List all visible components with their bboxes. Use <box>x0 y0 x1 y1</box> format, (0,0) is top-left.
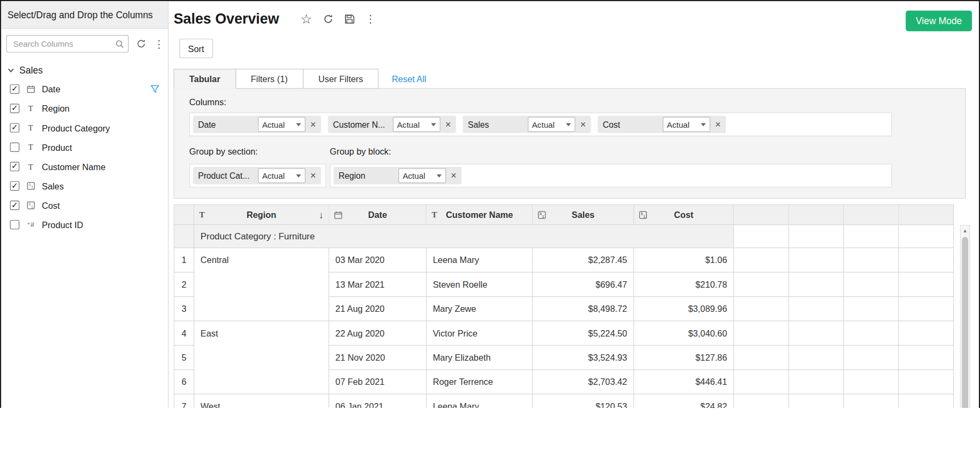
chip-mode-select[interactable]: Actual <box>393 117 440 132</box>
tabular-builder-panel: Columns: Date Actual × Customer N... <box>174 88 966 199</box>
chip-remove-icon[interactable]: × <box>715 119 721 129</box>
chevron-down-icon[interactable] <box>8 65 14 76</box>
search-icon <box>115 39 124 48</box>
cost-cell: $24.82 <box>633 394 733 408</box>
refresh-columns-icon[interactable] <box>136 39 146 49</box>
chip-mode-select[interactable]: Actual <box>662 117 710 132</box>
chip-mode-value: Actual <box>397 120 419 129</box>
customer-cell: Mary Elizabeth <box>426 345 533 369</box>
empty-column-header <box>844 204 898 224</box>
region-column-header[interactable]: T Region ↓ <box>194 204 329 224</box>
row-number-cell: 2 <box>174 272 194 296</box>
field-row[interactable]: T Region <box>1 99 168 118</box>
sales-cell: $2,703.42 <box>533 370 634 394</box>
column-chip[interactable]: Cost Actual × <box>598 115 726 133</box>
column-chip[interactable]: Customer N... Actual × <box>328 115 456 133</box>
field-checkbox[interactable] <box>10 220 19 229</box>
view-mode-button[interactable]: View Mode <box>906 11 972 31</box>
chip-remove-icon[interactable]: × <box>451 171 456 181</box>
report-more-options-icon[interactable]: ⋮ <box>365 14 376 25</box>
group-section-drop-zone[interactable]: Product Cat... Actual × <box>189 164 326 187</box>
text-type-icon: T <box>26 142 36 152</box>
field-row[interactable]: T Customer Name <box>1 157 168 176</box>
customer-cell: Roger Terrence <box>426 370 533 394</box>
svg-text:0: 0 <box>28 202 31 206</box>
group-block-chip[interactable]: Region Actual × <box>334 167 462 185</box>
chip-remove-icon[interactable]: × <box>580 119 586 129</box>
field-checkbox[interactable] <box>10 84 19 93</box>
group-section-chip[interactable]: Product Cat... Actual × <box>193 167 321 185</box>
field-row[interactable]: 01 Cost <box>1 195 168 215</box>
svg-text:1: 1 <box>31 185 33 189</box>
table-row[interactable]: 7 West 06 Jan 2021 Leena Mary $120.53 $2… <box>174 394 953 408</box>
table-tree-node[interactable]: Sales <box>1 57 168 79</box>
date-cell: 21 Aug 2020 <box>329 297 426 321</box>
field-row[interactable]: T Product <box>1 137 168 157</box>
field-row[interactable]: Date <box>1 79 168 99</box>
column-header-label: Date <box>368 210 387 220</box>
cost-column-header[interactable]: 01 Cost <box>633 204 733 224</box>
tab-user-filters[interactable]: User Filters <box>303 69 379 89</box>
table-row[interactable]: 1 Central 03 Mar 2020 Leena Mary $2,287.… <box>174 248 953 272</box>
filter-funnel-icon[interactable] <box>151 84 159 95</box>
svg-text:1: 1 <box>542 214 544 218</box>
date-column-header[interactable]: Date <box>329 204 426 224</box>
sort-button[interactable]: Sort <box>179 39 213 58</box>
save-icon[interactable] <box>344 14 355 25</box>
chip-mode-select[interactable]: Actual <box>258 168 306 183</box>
chip-name: Date <box>198 120 253 129</box>
reset-all-link[interactable]: Reset All <box>392 74 426 84</box>
data-grid: T Region ↓ Date T Customer Name <box>174 204 971 408</box>
field-checkbox[interactable] <box>10 201 19 210</box>
field-checkbox[interactable] <box>10 104 19 113</box>
group-block-drop-zone[interactable]: Region Actual × <box>330 164 892 187</box>
text-type-icon: T <box>26 162 36 172</box>
chip-mode-select[interactable]: Actual <box>528 117 576 132</box>
scroll-up-arrow-icon[interactable]: ▲ <box>961 226 969 235</box>
favorite-star-icon[interactable]: ☆ <box>300 12 312 25</box>
field-label: Cost <box>42 200 60 210</box>
number-type-icon: 01 <box>639 210 647 218</box>
field-label: Product Category <box>42 123 110 133</box>
tab-tabular[interactable]: Tabular <box>174 69 236 89</box>
row-number-cell: 7 <box>174 394 194 408</box>
chip-mode-select[interactable]: Actual <box>399 168 446 183</box>
field-checkbox[interactable] <box>10 162 19 171</box>
sales-column-header[interactable]: 01 Sales <box>533 204 634 224</box>
field-checkbox[interactable] <box>10 181 19 191</box>
field-checkbox[interactable] <box>10 143 19 152</box>
chip-mode-select[interactable]: Actual <box>258 117 306 132</box>
column-chip[interactable]: Sales Actual × <box>463 115 591 133</box>
region-cell: Central <box>194 248 329 321</box>
refresh-report-icon[interactable] <box>323 14 334 25</box>
chip-name: Product Cat... <box>198 171 253 180</box>
sidebar-more-options-icon[interactable]: ⋮ <box>153 39 164 49</box>
vertical-scrollbar[interactable]: ▲ ▼ <box>960 225 970 408</box>
sales-cell: $2,287.45 <box>533 248 634 272</box>
field-row[interactable]: T Product Category <box>1 118 168 137</box>
customer-name-column-header[interactable]: T Customer Name <box>426 204 533 224</box>
search-columns-box[interactable] <box>6 35 129 53</box>
table-row[interactable]: 4 East 22 Aug 2020 Victor Price $5,224.5… <box>174 321 953 345</box>
field-checkbox[interactable] <box>10 123 19 132</box>
date-cell: 03 Mar 2020 <box>329 248 426 272</box>
sort-descending-icon[interactable]: ↓ <box>319 209 323 220</box>
vertical-scrollbar-thumb[interactable] <box>962 237 968 408</box>
search-columns-input[interactable] <box>12 39 115 49</box>
chip-remove-icon[interactable]: × <box>310 119 316 129</box>
field-row[interactable]: 01 Sales <box>1 176 168 195</box>
svg-text:0: 0 <box>540 211 542 215</box>
sales-cell: $8,498.72 <box>533 297 634 321</box>
text-type-icon: T <box>26 123 36 133</box>
columns-drop-zone[interactable]: Date Actual × Customer N... Actual <box>189 113 892 136</box>
field-row[interactable]: ⁺# Product ID <box>1 215 168 235</box>
field-label: Region <box>42 104 70 114</box>
grid-header-row: T Region ↓ Date T Customer Name <box>174 204 953 224</box>
group-by-section-label: Group by section: <box>189 146 330 156</box>
chip-remove-icon[interactable]: × <box>445 119 451 129</box>
date-type-icon <box>334 210 342 218</box>
column-chip[interactable]: Date Actual × <box>193 115 321 133</box>
row-number-cell: 6 <box>174 370 194 394</box>
tab-filters[interactable]: Filters (1) <box>235 69 303 89</box>
chip-remove-icon[interactable]: × <box>310 171 316 181</box>
